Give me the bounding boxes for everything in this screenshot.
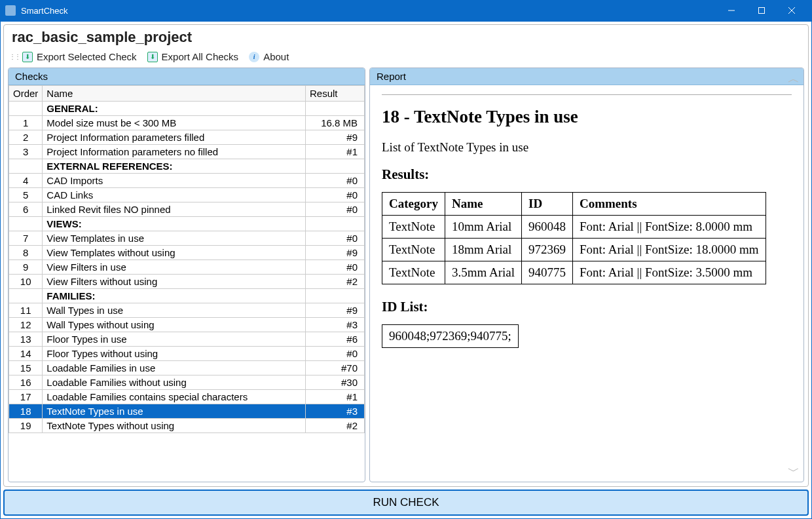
cell-result: #2 (306, 275, 365, 289)
cell-order: 15 (9, 361, 43, 375)
table-row[interactable]: 1Model size must be < 300 MB16.8 MB (9, 116, 365, 130)
col-result[interactable]: Result (306, 86, 365, 102)
scroll-up-icon[interactable]: ︿ (788, 71, 800, 86)
table-row[interactable]: 11Wall Types in use#9 (9, 303, 365, 318)
cell-order: 1 (9, 116, 43, 130)
about-label: About (263, 51, 289, 62)
cell-result: #0 (306, 260, 365, 275)
cell-order: 12 (9, 318, 43, 332)
col-order[interactable]: Order (9, 86, 43, 102)
cell-name: 18mm Arial (445, 239, 521, 261)
cell-result: #3 (306, 318, 365, 332)
export-icon: ⬇ (22, 52, 33, 62)
svg-rect-1 (759, 8, 765, 14)
cell-order: 10 (9, 275, 43, 289)
cell-order: 11 (9, 303, 43, 318)
cell-order: 2 (9, 130, 43, 145)
table-row[interactable]: 3Project Information parameters no fille… (9, 145, 365, 159)
cell-result: #70 (306, 361, 365, 375)
toolbar-grip-icon: ⋮⋮ (9, 53, 14, 60)
col-name[interactable]: Name (43, 86, 306, 102)
project-header: rac_basic_sample_project (4, 25, 808, 47)
info-icon: i (249, 52, 259, 62)
cell-order: 14 (9, 347, 43, 361)
table-row[interactable]: 4CAD Imports#0 (9, 174, 365, 188)
export-all-button[interactable]: ⬇ Export All Checks (143, 50, 243, 64)
cell-id: 940775 (521, 261, 572, 284)
cell-result: #2 (306, 419, 365, 433)
table-row[interactable]: 2Project Information parameters filled#9 (9, 130, 365, 145)
cell-order: 4 (9, 174, 43, 188)
cell-name: TextNote Types without using (43, 419, 306, 433)
cell-order: 7 (9, 231, 43, 246)
table-row[interactable]: 17Loadable Families contains special cha… (9, 390, 365, 404)
maximize-button[interactable] (747, 0, 777, 21)
cell-order: 18 (9, 404, 43, 419)
cell-result: 16.8 MB (306, 116, 365, 130)
report-panel-header: Report (370, 68, 803, 85)
table-row[interactable]: 19TextNote Types without using#2 (9, 419, 365, 433)
cell-comments: Font: Arial || FontSize: 8.0000 mm (572, 216, 766, 239)
rh-comments: Comments (572, 193, 766, 216)
checks-table-scroll[interactable]: Order Name Result GENERAL:1Model size mu… (9, 85, 365, 482)
cell-result: #0 (306, 231, 365, 246)
run-check-button[interactable]: RUN CHECK (3, 490, 809, 516)
table-row[interactable]: 18TextNote Types in use#3 (9, 404, 365, 419)
scroll-down-icon[interactable]: ﹀ (788, 463, 800, 479)
checks-table: Order Name Result GENERAL:1Model size mu… (9, 85, 365, 433)
cell-result: #9 (306, 246, 365, 260)
cell-name: Linked Revit files NO pinned (43, 202, 306, 217)
table-row[interactable]: 7View Templates in use#0 (9, 231, 365, 246)
cell-category: TextNote (382, 216, 445, 239)
cell-id: 972369 (521, 239, 572, 261)
export-selected-button[interactable]: ⬇ Export Selected Check (18, 50, 141, 64)
table-row[interactable]: 6Linked Revit files NO pinned#0 (9, 202, 365, 217)
report-body: 18 - TextNote Types in use List of TextN… (370, 85, 803, 482)
table-row[interactable]: 10View Filters without using#2 (9, 275, 365, 289)
cell-result: #3 (306, 404, 365, 419)
idlist-heading: ID List: (382, 299, 792, 315)
cell-name: CAD Links (43, 188, 306, 202)
table-row[interactable]: VIEWS: (9, 217, 365, 231)
titlebar[interactable]: SmartCheck (0, 0, 812, 21)
table-row[interactable]: 13Floor Types in use#6 (9, 332, 365, 347)
cell-name: Floor Types without using (43, 347, 306, 361)
app-icon (5, 5, 16, 16)
checks-panel-header: Checks (9, 68, 365, 85)
cell-name: Loadable Families contains special chara… (43, 390, 306, 404)
table-row[interactable]: GENERAL: (9, 102, 365, 116)
group-name: EXTERNAL REFERENCES: (43, 159, 306, 174)
cell-name: 10mm Arial (445, 216, 521, 239)
cell-result: #0 (306, 188, 365, 202)
table-row[interactable]: 12Wall Types without using#3 (9, 318, 365, 332)
cell-result: #9 (306, 303, 365, 318)
cell-result: #1 (306, 390, 365, 404)
report-title: 18 - TextNote Types in use (382, 107, 792, 127)
table-row[interactable]: 15Loadable Families in use#70 (9, 361, 365, 375)
report-divider (382, 94, 792, 95)
group-name: VIEWS: (43, 217, 306, 231)
table-row[interactable]: 8View Templates without using#9 (9, 246, 365, 260)
cell-order: 19 (9, 419, 43, 433)
table-row[interactable]: EXTERNAL REFERENCES: (9, 159, 365, 174)
report-subtitle: List of TextNote Types in use (382, 140, 792, 155)
table-row[interactable]: 5CAD Links#0 (9, 188, 365, 202)
group-name: GENERAL: (43, 102, 306, 116)
close-button[interactable] (777, 0, 807, 21)
export-selected-label: Export Selected Check (37, 51, 137, 62)
minimize-button[interactable] (716, 0, 747, 21)
cell-order: 13 (9, 332, 43, 347)
cell-name: View Templates in use (43, 231, 306, 246)
table-row[interactable]: 14Floor Types without using#0 (9, 347, 365, 361)
table-row[interactable]: 9View Filters in use#0 (9, 260, 365, 275)
about-button[interactable]: i About (245, 50, 293, 64)
cell-result: #9 (306, 130, 365, 145)
cell-name: Loadable Families in use (43, 361, 306, 375)
cell-order: 17 (9, 390, 43, 404)
cell-result: #0 (306, 202, 365, 217)
cell-comments: Font: Arial || FontSize: 3.5000 mm (572, 261, 766, 284)
table-row[interactable]: FAMILIES: (9, 289, 365, 303)
rh-name: Name (445, 193, 521, 216)
cell-id: 960048 (521, 216, 572, 239)
table-row[interactable]: 16Loadable Families without using#30 (9, 375, 365, 390)
